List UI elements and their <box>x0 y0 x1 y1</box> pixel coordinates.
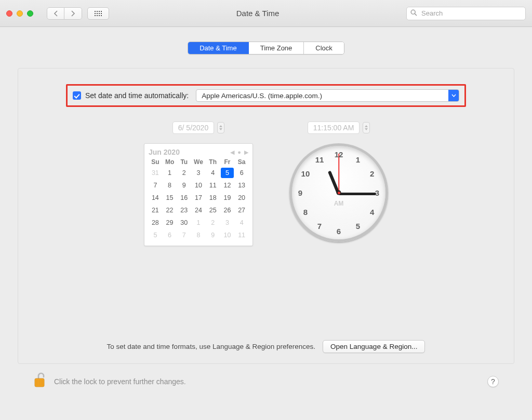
chevron-down-icon <box>448 90 459 101</box>
calendar-day[interactable]: 9 <box>177 180 191 191</box>
calendar-day[interactable]: 8 <box>163 180 177 191</box>
calendar-day[interactable]: 29 <box>163 218 177 228</box>
date-field[interactable]: 6/ 5/2020 <box>172 121 214 134</box>
tab-date-time[interactable]: Date & Time <box>188 42 249 54</box>
clock-number: 3 <box>375 188 379 197</box>
calendar-day[interactable]: 30 <box>177 218 191 228</box>
open-language-region-button[interactable]: Open Language & Region... <box>323 340 425 353</box>
time-field[interactable]: 11:15:00 AM <box>308 121 360 134</box>
format-hint: To set date and time formats, use Langua… <box>107 343 316 350</box>
grid-icon <box>95 11 102 16</box>
time-server-combo[interactable]: Apple Americas/U.S. (time.apple.com.) <box>196 89 459 102</box>
calendar-day[interactable]: 27 <box>235 205 248 215</box>
search-input[interactable] <box>406 7 526 20</box>
calendar-nav: ◀ ● ▶ <box>230 149 248 156</box>
calendar-day[interactable]: 7 <box>149 180 162 191</box>
svg-rect-7 <box>101 13 102 14</box>
close-window-button[interactable] <box>6 10 12 17</box>
calendar-month-label: Jun 2020 <box>149 148 180 156</box>
clock-number: 1 <box>356 155 360 164</box>
zoom-window-button[interactable] <box>27 10 33 17</box>
calendar-dow: Th <box>206 158 220 166</box>
calendar-next-icon[interactable]: ▶ <box>244 149 248 156</box>
calendar-day[interactable]: 8 <box>192 230 205 240</box>
lock-icon[interactable] <box>33 372 47 390</box>
help-button[interactable]: ? <box>487 376 499 387</box>
calendar-day[interactable]: 4 <box>235 218 248 228</box>
calendar-day[interactable]: 17 <box>192 193 205 203</box>
calendar-day[interactable]: 2 <box>206 218 220 228</box>
calendar-day[interactable]: 22 <box>163 205 177 215</box>
calendar-day[interactable]: 4 <box>206 168 220 178</box>
calendar-day[interactable]: 2 <box>177 168 191 178</box>
svg-rect-9 <box>97 15 98 16</box>
svg-line-13 <box>415 13 417 16</box>
clock-center <box>337 191 341 195</box>
calendar-day[interactable]: 11 <box>235 230 248 240</box>
auto-set-label: Set date and time automatically: <box>85 91 189 100</box>
analog-clock: AM 121234567891011 <box>289 143 388 242</box>
preferences-panel: Set date and time automatically: Apple A… <box>18 68 514 364</box>
clock-number: 12 <box>335 150 343 159</box>
calendar-day[interactable]: 15 <box>163 193 177 203</box>
calendar-day[interactable]: 1 <box>192 218 205 228</box>
calendar-day[interactable]: 25 <box>206 205 220 215</box>
show-all-button[interactable] <box>87 7 109 20</box>
calendar-day[interactable]: 20 <box>235 193 248 203</box>
calendar-day[interactable]: 7 <box>177 230 191 240</box>
calendar-prev-icon[interactable]: ◀ <box>230 149 234 156</box>
calendar-day[interactable]: 3 <box>192 168 205 178</box>
tab-clock[interactable]: Clock <box>304 42 344 54</box>
calendar-day[interactable]: 5 <box>221 168 234 178</box>
calendar-day[interactable]: 18 <box>206 193 220 203</box>
calendar-day[interactable]: 11 <box>206 180 220 191</box>
forward-button[interactable] <box>64 7 82 20</box>
calendar-day[interactable]: 26 <box>221 205 234 215</box>
auto-set-row: Set date and time automatically: Apple A… <box>66 84 466 107</box>
clock-ampm: AM <box>334 200 344 207</box>
clock-number: 8 <box>303 208 308 216</box>
calendar-day[interactable]: 19 <box>221 193 234 203</box>
calendar-dow: Fr <box>221 158 234 166</box>
chevron-right-icon <box>71 10 75 17</box>
calendar-day[interactable]: 5 <box>149 230 162 240</box>
svg-rect-5 <box>97 13 98 14</box>
clock-number: 7 <box>317 222 322 231</box>
calendar-day[interactable]: 31 <box>149 168 162 178</box>
calendar: Jun 2020 ◀ ● ▶ SuMoTuWeThFrSa31123456789… <box>144 143 253 246</box>
calendar-day[interactable]: 14 <box>149 193 162 203</box>
clock-number: 5 <box>356 222 360 231</box>
lock-hint: Click the lock to prevent further change… <box>54 377 186 386</box>
calendar-day[interactable]: 3 <box>221 218 234 228</box>
calendar-dow: Mo <box>163 158 177 166</box>
calendar-day[interactable]: 28 <box>149 218 162 228</box>
calendar-day[interactable]: 1 <box>163 168 177 178</box>
minimize-window-button[interactable] <box>17 10 23 17</box>
calendar-day[interactable]: 10 <box>221 230 234 240</box>
calendar-day[interactable]: 16 <box>177 193 191 203</box>
svg-point-12 <box>411 10 415 14</box>
auto-set-checkbox[interactable] <box>73 91 81 100</box>
calendar-day[interactable]: 9 <box>206 230 220 240</box>
svg-rect-0 <box>95 11 96 12</box>
calendar-today-icon[interactable]: ● <box>237 149 241 155</box>
calendar-dow: Su <box>149 158 162 166</box>
calendar-day[interactable]: 10 <box>192 180 205 191</box>
svg-rect-10 <box>99 15 100 16</box>
calendar-day[interactable]: 13 <box>235 180 248 191</box>
time-stepper[interactable] <box>363 122 370 133</box>
clock-minute-hand <box>339 193 376 195</box>
calendar-day[interactable]: 24 <box>192 205 205 215</box>
calendar-day[interactable]: 23 <box>177 205 191 215</box>
tab-time-zone[interactable]: Time Zone <box>249 42 304 54</box>
svg-rect-8 <box>95 15 96 16</box>
svg-rect-2 <box>99 11 100 12</box>
back-button[interactable] <box>47 7 64 20</box>
clock-number: 9 <box>298 188 302 197</box>
tab-bar: Date & Time Time Zone Clock <box>18 42 514 55</box>
calendar-day[interactable]: 21 <box>149 205 162 215</box>
date-stepper[interactable] <box>217 122 224 133</box>
calendar-day[interactable]: 12 <box>221 180 234 191</box>
calendar-day[interactable]: 6 <box>235 168 248 178</box>
calendar-day[interactable]: 6 <box>163 230 177 240</box>
